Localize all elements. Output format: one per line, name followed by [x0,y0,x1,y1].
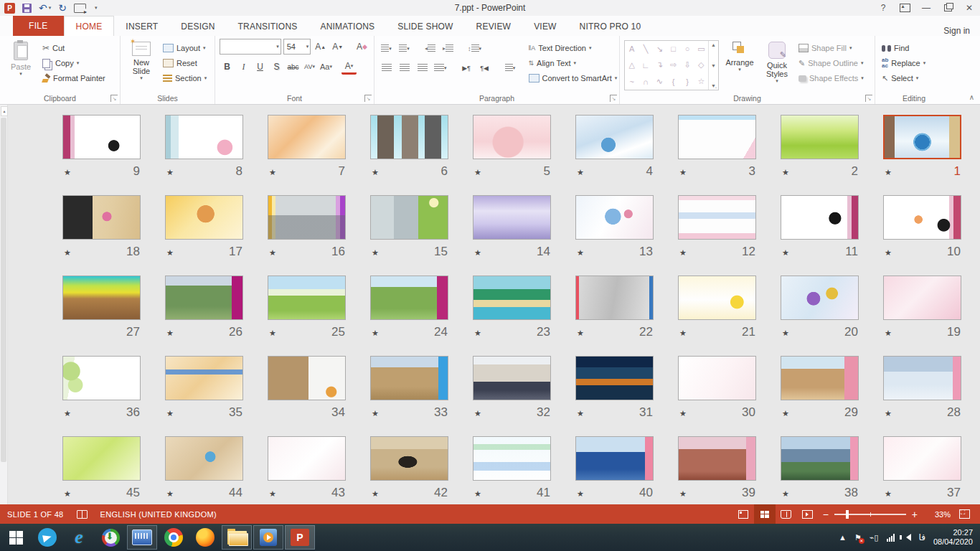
language-indicator[interactable]: ENGLISH (UNITED KINGDOM) [100,510,217,519]
slide-thumbnail[interactable] [678,356,756,400]
copy-button[interactable]: Copy▾ [40,57,108,70]
start-slideshow-icon[interactable] [74,2,86,14]
slide-thumbnail[interactable] [473,115,551,159]
slide-thumbnail[interactable] [473,276,551,320]
slide-thumbnail[interactable] [678,276,756,320]
reset-button[interactable]: Reset [161,57,209,70]
strikethrough-button[interactable]: abc [286,60,301,74]
tab-file[interactable]: FILE [13,16,64,36]
shape-glyph-4[interactable]: ○ [685,44,690,53]
new-slide-button[interactable]: New Slide ▾ [125,39,158,93]
bullets-button[interactable]: ▾ [379,42,394,55]
zoom-level[interactable]: 33% [925,510,951,519]
slide-thumbnail[interactable] [370,195,448,240]
convert-to-smartart-button[interactable]: Convert to SmartArt▾ [527,72,620,85]
tab-design[interactable]: DESIGN [169,17,226,36]
text-shadow-button[interactable]: S [269,60,284,74]
shape-fill-button[interactable]: Shape Fill▾ [796,42,866,55]
shape-glyph-1[interactable]: ╲ [644,44,649,54]
shape-glyph-17[interactable]: ☆ [697,77,705,86]
slide-thumbnail[interactable] [370,436,448,481]
align-left-button[interactable] [379,61,394,75]
slide-thumbnail[interactable] [781,276,859,320]
slide-thumbnail[interactable] [62,115,141,159]
taskbar-idm[interactable] [95,524,126,551]
increase-indent-button[interactable]: ▸ [440,42,456,55]
underline-button[interactable]: U [253,60,268,74]
fit-slide-to-window-icon[interactable] [959,509,970,519]
paste-button[interactable]: Paste ▾ [4,39,37,93]
power-plug-icon[interactable]: ⌁▯ [870,533,879,542]
shape-glyph-12[interactable]: ~ [629,77,633,86]
shape-glyph-14[interactable]: ∿ [656,77,663,86]
clock[interactable]: 20:27 08/04/2020 [933,528,973,547]
tab-slide-show[interactable]: SLIDE SHOW [386,17,464,36]
shapes-gallery-scrollbar[interactable]: ▲ ▼ ▼̱ [708,41,718,90]
slide-thumbnail[interactable] [678,436,756,481]
powerpoint-logo-icon[interactable]: P [4,2,15,14]
taskbar-internet-explorer[interactable]: e [63,524,95,551]
restore-icon[interactable] [937,0,958,16]
change-case-button[interactable]: Aa▾ [319,60,334,74]
slide-show-button[interactable] [797,504,819,524]
shape-effects-button[interactable]: Shape Effects▾ [796,72,866,85]
slide-thumbnail[interactable] [473,195,551,240]
format-painter-button[interactable]: Format Painter [40,72,108,85]
taskbar-firefox[interactable] [189,524,221,551]
slide-thumbnail[interactable] [268,356,346,400]
increase-font-size-button[interactable]: A▲ [313,40,328,54]
find-button[interactable]: Find [880,42,928,55]
slide-thumbnail[interactable] [268,276,346,320]
ribbon-display-options-icon[interactable] [894,0,915,16]
taskbar-powerpoint[interactable]: P [285,525,315,550]
tab-animations[interactable]: ANIMATIONS [308,17,386,36]
slide-thumbnail[interactable] [268,436,346,481]
tab-home[interactable]: HOME [64,16,115,36]
character-spacing-button[interactable]: AV▾ [302,60,317,74]
slide-thumbnail[interactable] [575,436,654,481]
decrease-indent-button[interactable]: ◂ [423,42,438,55]
align-text-button[interactable]: ⇅Align Text▾ [527,57,620,70]
slide-thumbnail[interactable] [883,115,961,159]
shape-glyph-0[interactable]: A [629,44,634,53]
minimize-icon[interactable]: — [915,0,937,16]
slide-thumbnail[interactable] [473,356,551,400]
shape-glyph-10[interactable]: ⇩ [684,60,690,70]
slide-sorter-view-button[interactable] [754,504,776,524]
slide-thumbnail[interactable] [883,276,961,320]
justify-button[interactable]: ▾ [433,61,448,75]
save-icon[interactable] [22,2,32,14]
shapes-more-icon[interactable]: ▼̱ [711,83,716,88]
slide-thumbnail[interactable] [62,276,141,320]
slide-thumbnail[interactable] [165,356,243,400]
taskbar-telegram[interactable] [32,524,63,551]
slide-thumbnail[interactable] [781,436,859,481]
shapes-scroll-down-icon[interactable]: ▼ [711,63,716,68]
tab-review[interactable]: REVIEW [465,17,523,36]
italic-button[interactable]: I [236,60,251,74]
replace-button[interactable]: abacReplace▾ [880,57,928,70]
font-name-combo[interactable]: ▾ [220,39,281,55]
font-size-combo[interactable]: 54▾ [283,39,311,55]
slide-thumbnail[interactable] [370,276,448,320]
font-color-button[interactable]: A▾ [341,59,357,75]
slide-thumbnail[interactable] [370,356,448,400]
scroll-up-icon[interactable]: ▲ [1,106,8,116]
tab-nitro-pro-10[interactable]: NITRO PRO 10 [568,17,653,36]
taskbar-remote-keyboard-app[interactable] [127,525,157,550]
taskbar-file-explorer[interactable] [222,525,252,550]
drawing-dialog-launcher[interactable]: ↘ [865,95,872,102]
select-button[interactable]: ↖Select▾ [880,72,928,85]
slide-thumbnail[interactable] [165,115,243,159]
shape-glyph-6[interactable]: △ [628,60,634,70]
shape-glyph-13[interactable]: ∩ [643,77,649,86]
shape-glyph-5[interactable]: ▭ [697,44,705,54]
input-language-indicator[interactable]: فا [919,532,925,542]
slide-thumbnail[interactable] [575,115,654,159]
numbering-button[interactable]: ▾ [397,42,412,55]
zoom-in-icon[interactable]: + [908,509,922,520]
slide-thumbnail[interactable] [62,195,141,240]
help-icon[interactable]: ? [872,0,894,16]
left-to-right-button[interactable]: ▶¶ [459,61,474,75]
tab-transitions[interactable]: TRANSITIONS [227,17,309,36]
